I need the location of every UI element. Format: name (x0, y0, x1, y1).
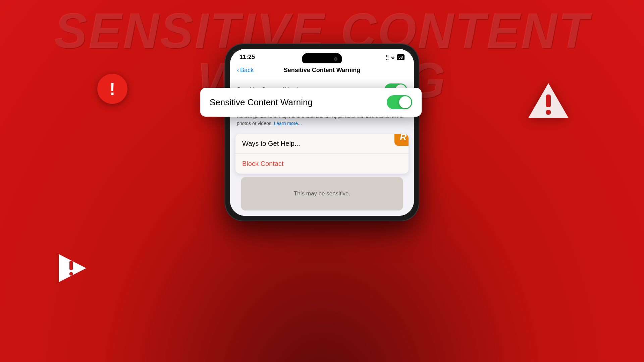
status-time: 11:25 (239, 54, 255, 61)
sensitive-content-area: This may be sensitive. (241, 177, 403, 210)
play-warning-icon (55, 251, 89, 285)
ways-to-help-item[interactable]: Ways to Get Help... (235, 134, 409, 154)
app-icon-letter: R (400, 134, 407, 142)
floating-toggle[interactable] (387, 95, 412, 109)
status-icons: ⣿ ⊕ 58 (386, 54, 405, 60)
wifi-icon: ⊕ (391, 55, 395, 60)
floating-toggle-knob (399, 96, 411, 108)
exclamation-mark: ! (109, 80, 115, 98)
popup-menu: R Ways to Get Help... Block Contact (235, 134, 409, 174)
sensitive-text: This may be sensitive. (294, 190, 350, 197)
floating-scw-card: Sensitive Content Warning (200, 88, 422, 117)
battery-icon: 58 (397, 54, 405, 60)
svg-rect-4 (69, 261, 73, 270)
nav-title: Sensitive Content Warning (284, 67, 360, 74)
floating-scw-label: Sensitive Content Warning (210, 97, 313, 108)
status-bar: 11:25 ⣿ ⊕ 58 (230, 49, 414, 63)
phone-mockup: 11:25 ⣿ ⊕ 58 ‹ Back Sensitive Content Wa… (225, 44, 419, 221)
svg-rect-2 (546, 110, 551, 115)
back-button[interactable]: ‹ Back (237, 67, 254, 74)
triangle-warning-icon (527, 80, 570, 121)
svg-rect-5 (69, 272, 73, 276)
learn-more-link[interactable]: Learn more... (274, 121, 302, 126)
warning-circle-icon: ! (97, 74, 127, 104)
popup-area: R Ways to Get Help... Block Contact This… (230, 134, 414, 216)
app-icon-badge: R (394, 134, 409, 146)
chevron-left-icon: ‹ (237, 67, 239, 74)
back-label: Back (240, 67, 254, 74)
signal-icon: ⣿ (386, 55, 389, 60)
svg-rect-1 (546, 95, 551, 107)
nav-bar: ‹ Back Sensitive Content Warning (230, 63, 414, 78)
phone-frame: 11:25 ⣿ ⊕ 58 ‹ Back Sensitive Content Wa… (225, 44, 419, 221)
block-contact-item[interactable]: Block Contact (235, 154, 409, 174)
phone-screen: 11:25 ⣿ ⊕ 58 ‹ Back Sensitive Content Wa… (230, 49, 414, 216)
